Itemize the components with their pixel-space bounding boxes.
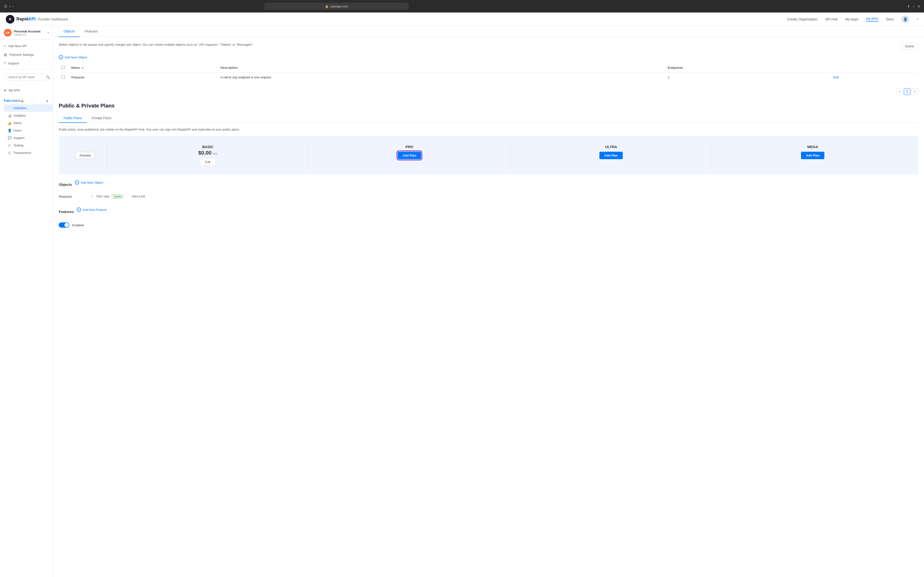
lock-icon: 🔒 xyxy=(325,5,329,8)
page-1-btn[interactable]: 1 xyxy=(904,88,911,95)
plan-mega-name: MEGA xyxy=(807,145,818,149)
app-layout: CP Personal Account Catalin Pit ▾ + Add … xyxy=(0,26,924,577)
sidebar-toggle-btn[interactable]: ☰ xyxy=(4,4,7,9)
search-icon: 🔍 xyxy=(46,75,50,79)
sidebar-item-users[interactable]: 👤 Users xyxy=(4,127,53,134)
sidebar-item-alerts[interactable]: 🔔 Alerts xyxy=(4,119,53,127)
add-new-feature-btn[interactable]: + Add New Feature xyxy=(77,208,107,212)
add-feature-circle-icon: + xyxy=(77,208,81,212)
forward-btn[interactable]: › xyxy=(12,4,13,8)
account-chevron-icon: ▾ xyxy=(47,31,49,34)
pagination: < 1 > xyxy=(59,88,918,95)
objects-sub-title: Objects xyxy=(59,182,72,187)
row-checkbox[interactable] xyxy=(61,75,65,79)
nav-docs[interactable]: Docs xyxy=(886,17,894,21)
sidebar-item-transactions[interactable]: 🛒 Transactions xyxy=(4,149,53,156)
nav-api-hub[interactable]: API Hub xyxy=(825,17,838,21)
search-input[interactable] xyxy=(8,76,45,79)
add-circle-icon: + xyxy=(59,55,63,60)
back-btn[interactable]: ‹ xyxy=(9,4,10,8)
delete-button[interactable]: Delete xyxy=(901,43,918,50)
my-apis-icon: ⊕ xyxy=(4,89,6,92)
address-bar[interactable]: 🔒 rapidapi.com xyxy=(264,3,409,10)
account-info: Personal Account Catalin Pit xyxy=(14,29,45,36)
objects-description: Define objects to set quotas and specify… xyxy=(59,43,254,47)
nav-chevron-icon[interactable]: ▾ xyxy=(917,18,918,21)
plan-basic: BASIC $0.00 /mo Edit xyxy=(107,141,309,170)
tab-private-plans[interactable]: Private Plans xyxy=(87,114,116,123)
api-lock-icon: 🔒 xyxy=(21,99,24,102)
nav-my-apis[interactable]: My APIs xyxy=(866,17,878,22)
alerts-icon: 🔔 xyxy=(8,121,11,125)
next-page-btn[interactable]: > xyxy=(911,88,918,95)
toggle-slider xyxy=(59,222,69,228)
sidebar-item-support[interactable]: 💬 Support xyxy=(4,134,53,142)
sidebar-support[interactable]: ? Support xyxy=(0,59,53,68)
plans-grid: Preview BASIC $0.00 /mo Edit PRO xyxy=(63,141,913,170)
add-new-feature-label: Add New Feature xyxy=(82,208,107,211)
definition-icon: 📄 xyxy=(8,106,11,110)
nav-create-org[interactable]: Create Organization xyxy=(787,17,817,21)
sidebar-item-analytics[interactable]: 📊 Analytics xyxy=(4,112,53,119)
sidebar-item-testing[interactable]: 🛒 Testing xyxy=(4,142,53,149)
sidebar-api-name[interactable]: Fake Users 🔒 ▲ xyxy=(0,97,53,104)
th-checkbox xyxy=(59,63,68,73)
sidebar-section: ⊕ My APIs xyxy=(0,85,53,96)
features-subsection: Features + Add New Feature Enabled xyxy=(59,208,918,232)
users-icon: 👤 xyxy=(8,129,11,132)
search-area: 🔍 xyxy=(0,70,53,85)
enabled-toggle[interactable] xyxy=(59,222,69,228)
add-new-object-sub-btn[interactable]: + Add New Object xyxy=(75,180,103,185)
th-description: Description xyxy=(218,63,665,73)
sidebar-my-apis[interactable]: ⊕ My APIs xyxy=(0,87,53,94)
sidebar-add-api[interactable]: + Add New API xyxy=(0,42,53,50)
tab-public-plans[interactable]: Public Plans xyxy=(59,114,87,123)
edit-basic-btn[interactable]: Edit xyxy=(200,158,215,166)
plans-title: Public & Private Plans xyxy=(59,103,918,109)
features-row: Enabled xyxy=(59,219,918,232)
sidebar-payment-settings[interactable]: ▤ Payment Settings xyxy=(0,50,53,59)
new-tab-icon[interactable]: + xyxy=(913,4,915,8)
quota-info: 500 / day Quota xyxy=(97,194,123,198)
row-endpoints: 1 xyxy=(665,73,830,82)
analytics-icon: 📊 xyxy=(8,114,11,117)
logo-text: RapidAPI Provider Dashboard xyxy=(16,16,68,22)
quota-badge: Quota xyxy=(111,194,123,198)
edit-link[interactable]: Edit xyxy=(833,76,838,79)
add-new-object-btn[interactable]: + Add New Object xyxy=(59,55,87,60)
sort-icon: ⇅ xyxy=(82,67,84,69)
browser-controls: ☰ ‹ › xyxy=(4,4,14,9)
main-content: Objects Features Define objects to set q… xyxy=(53,26,924,577)
plans-description: Public plans, once published, are visibl… xyxy=(59,128,918,131)
plan-ultra: ULTRA Add Plan xyxy=(510,141,712,170)
nav-my-apps[interactable]: My Apps xyxy=(845,17,858,21)
nav-avatar[interactable]: 👤 xyxy=(901,15,909,23)
tab-objects[interactable]: Objects xyxy=(59,26,80,37)
account-switcher[interactable]: CP Personal Account Catalin Pit ▾ xyxy=(0,26,53,40)
nav-links: Create Organization API Hub My Apps My A… xyxy=(787,15,918,23)
payment-label: Payment Settings xyxy=(10,53,34,56)
share-icon[interactable]: ⬆ xyxy=(907,4,910,8)
support2-icon: 💬 xyxy=(8,136,11,140)
features-sub-title: Features xyxy=(59,210,74,214)
logo-icon: R xyxy=(6,15,15,24)
prev-page-btn[interactable]: < xyxy=(896,88,903,95)
window-icon[interactable]: ⧉ xyxy=(918,4,920,8)
info-icon[interactable]: ℹ xyxy=(91,195,93,198)
plan-ultra-name: ULTRA xyxy=(605,145,617,149)
plan-pro: PRO Add Plan xyxy=(309,141,510,170)
add-pro-plan-btn[interactable]: Add Plan xyxy=(398,152,421,159)
select-all-checkbox[interactable] xyxy=(61,66,65,69)
tabs-bar: Objects Features xyxy=(53,26,924,37)
sidebar-item-definition[interactable]: 📄 Definition xyxy=(4,104,53,112)
account-avatar: CP xyxy=(4,29,11,37)
plan-basic-name: BASIC xyxy=(202,145,213,149)
add-ultra-plan-btn[interactable]: Add Plan xyxy=(599,152,622,159)
preview-button[interactable]: Preview xyxy=(76,152,95,159)
url-text: rapidapi.com xyxy=(330,5,348,8)
add-icon: + xyxy=(4,44,6,48)
row-edit: Edit xyxy=(830,73,918,82)
tab-features[interactable]: Features xyxy=(80,26,102,37)
alerts-label: Alerts xyxy=(13,121,21,125)
add-mega-plan-btn[interactable]: Add Plan xyxy=(801,152,824,159)
